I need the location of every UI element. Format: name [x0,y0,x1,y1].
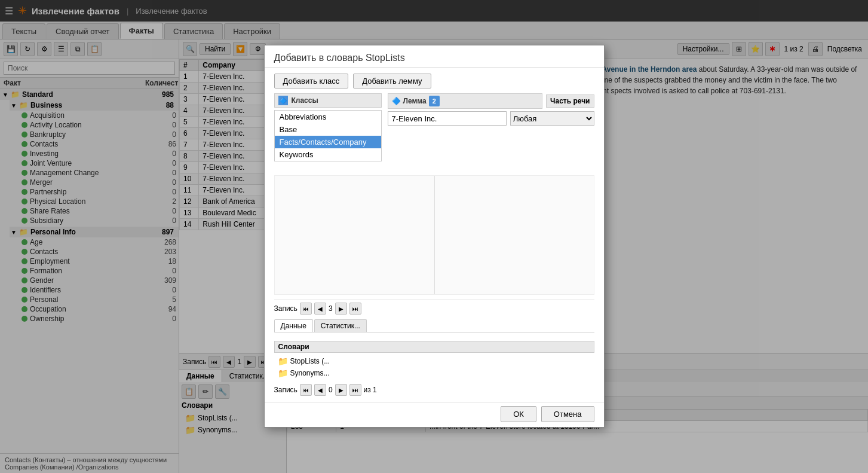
modal-tabs: Данные Статистик... [274,319,594,332]
lemma-row: 🔷 Лемма 2 Часть речи [388,93,594,109]
modal-dict-item-synonyms[interactable]: 📁 Synonyms... [274,367,594,379]
nav-last-btn[interactable]: ⏭ [349,303,361,315]
add-lemma-button[interactable]: Добавить лемму [353,74,431,89]
modal-body: Добавить класс Добавить лемму 🔷 Классы A… [265,68,604,402]
class-item-base[interactable]: Base [275,123,381,136]
classes-icon: 🔷 [278,96,288,105]
classes-list: Abbreviations Base Facts/Contacts/Compan… [274,110,382,161]
modal-title: Добавить в словарь StopLists [265,45,604,68]
lemma-input[interactable] [388,111,507,126]
nav-last-btn[interactable]: ⏭ [349,384,361,396]
nav-prev-btn[interactable]: ◀ [314,303,326,315]
modal-overlay: Добавить в словарь StopLists Добавить кл… [0,0,868,473]
modal-top-buttons: Добавить класс Добавить лемму [274,74,594,89]
record-label: Запись [274,386,297,394]
speech-label: Часть речи [546,94,594,108]
modal-content: 🔷 Классы Abbreviations Base Facts/Contac… [274,93,594,170]
modal-classes-panel: 🔷 Классы Abbreviations Base Facts/Contac… [274,93,382,170]
nav-prev-btn[interactable]: ◀ [314,384,326,396]
modal-dict-section: Словари 📁 StopLists (... 📁 Synonyms... [274,341,594,379]
ok-cancel-buttons: ОК Отмена [501,406,594,422]
record-label: Запись [274,304,297,313]
lemma-label: 🔷 Лемма 2 [388,93,543,109]
class-item-keywords[interactable]: Keywords [275,148,381,161]
record-of: из 1 [364,386,377,394]
modal-empty-area [274,175,594,295]
classes-label-text: Классы [292,96,318,105]
class-item-abbreviations[interactable]: Abbreviations [275,111,381,123]
lemma-badge: 2 [429,96,440,106]
nav-next-btn[interactable]: ▶ [335,303,347,315]
modal-divider [434,176,435,294]
nav-first-btn[interactable]: ⏮ [300,303,312,315]
lemma-label-text: Лемма [403,97,427,105]
modal-tab-data[interactable]: Данные [274,319,313,332]
speech-select[interactable]: Любая Существительное Глагол Прилагатель… [510,111,594,126]
class-item-facts[interactable]: Facts/Contacts/Company [275,136,381,148]
nav-next-btn[interactable]: ▶ [335,384,347,396]
classes-label: 🔷 Классы [274,93,382,108]
dict-item-label: Synonyms... [290,369,330,377]
cancel-button[interactable]: Отмена [541,406,594,422]
modal-dict-item-stoplists[interactable]: 📁 StopLists (... [274,355,594,367]
nav-first-btn[interactable]: ⏮ [300,384,312,396]
modal-footer: ОК Отмена [265,402,604,427]
record-page: 3 [329,304,333,313]
modal-record-nav1: Запись ⏮ ◀ 3 ▶ ⏭ [274,300,594,315]
folder-icon: 📁 [278,368,288,378]
modal-tab-stats[interactable]: Статистик... [314,319,367,332]
modal-lemma-panel: 🔷 Лемма 2 Часть речи Любая Существительн… [388,93,594,170]
record-page: 0 [329,386,333,394]
modal-record-nav2: Запись ⏮ ◀ 0 ▶ ⏭ из 1 [274,384,594,396]
ok-button[interactable]: ОК [501,406,536,422]
modal-dialog: Добавить в словарь StopLists Добавить кл… [264,45,605,428]
folder-icon: 📁 [278,356,288,366]
lemma-input-row: Любая Существительное Глагол Прилагатель… [388,111,594,126]
add-class-button[interactable]: Добавить класс [274,74,349,89]
lemma-icon: 🔷 [392,97,401,105]
modal-dict-label: Словари [274,341,594,353]
dict-item-label: StopLists (... [290,357,330,365]
